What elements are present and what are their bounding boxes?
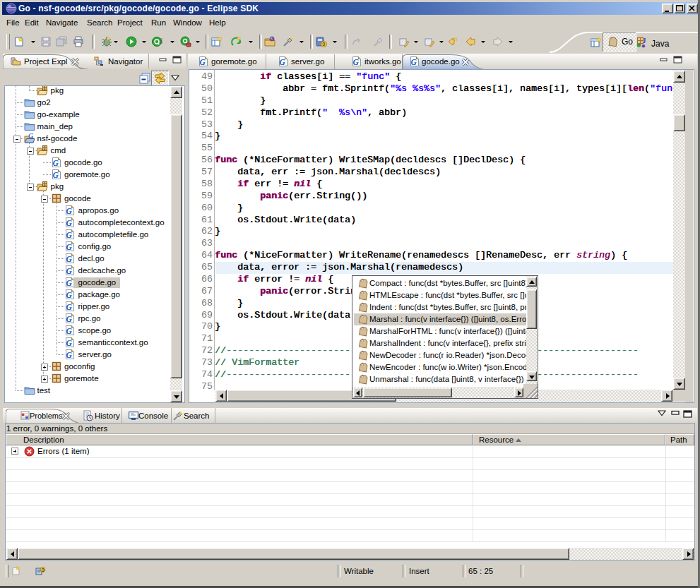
svg-text:J: J xyxy=(643,37,646,44)
svg-text:0: 0 xyxy=(323,42,326,47)
svg-text:0: 0 xyxy=(42,568,45,572)
